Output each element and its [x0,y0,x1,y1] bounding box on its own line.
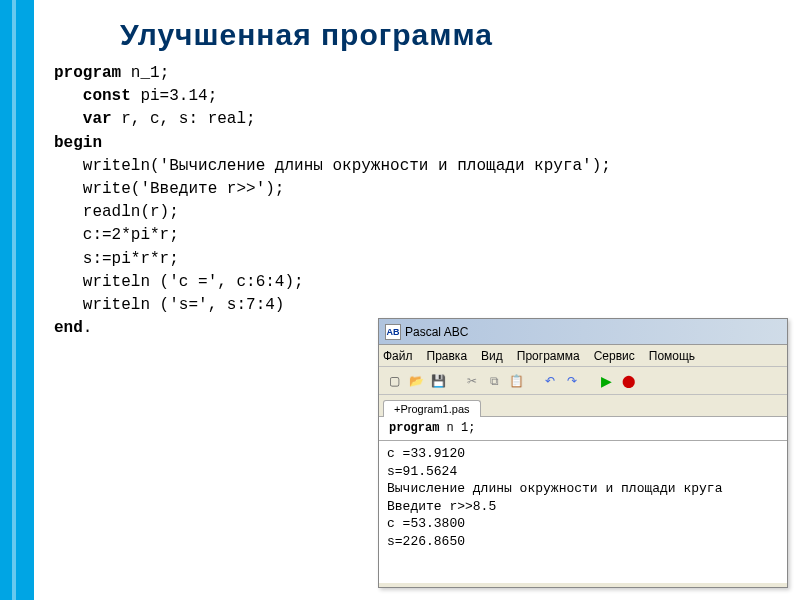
code-text: n_1; [121,64,169,82]
editor-text: n 1; [439,421,475,435]
window-title: Pascal ABC [405,325,468,339]
pascal-abc-window: АВ Pascal ABC Файл Правка Вид Программа … [378,318,788,588]
toolbar: ▢ 📂 💾 ✂ ⧉ 📋 ↶ ↷ ▶ ⬤ [379,367,787,395]
menu-view[interactable]: Вид [481,349,503,363]
code-text: writeln('Вычисление длины окружности и п… [54,157,611,175]
code-text: writeln ('s=', s:7:4) [54,296,284,314]
code-text: . [83,319,93,337]
kw-const: const [54,87,131,105]
menu-file[interactable]: Файл [383,349,413,363]
output-console: c =33.9120 s=91.5624 Вычисление длины ок… [379,441,787,583]
tab-bar: +Program1.pas [379,395,787,417]
slide-title: Улучшенная программа [120,18,493,52]
code-text: readln(r); [54,203,179,221]
menu-service[interactable]: Сервис [594,349,635,363]
window-titlebar[interactable]: АВ Pascal ABC [379,319,787,345]
code-text: writeln ('c =', c:6:4); [54,273,304,291]
left-accent-inner [12,0,16,600]
menubar: Файл Правка Вид Программа Сервис Помощь [379,345,787,367]
menu-program[interactable]: Программа [517,349,580,363]
code-listing: program n_1; const pi=3.14; var r, c, s:… [54,62,611,340]
slide: Улучшенная программа program n_1; const … [0,0,800,600]
left-accent-bar [0,0,34,600]
menu-edit[interactable]: Правка [427,349,468,363]
paste-icon[interactable]: 📋 [507,372,525,390]
code-text: pi=3.14; [131,87,217,105]
copy-icon[interactable]: ⧉ [485,372,503,390]
code-text: write('Введите r>>'); [54,180,284,198]
save-icon[interactable]: 💾 [429,372,447,390]
editor-kw: program [389,421,439,435]
cut-icon[interactable]: ✂ [463,372,481,390]
app-icon: АВ [385,324,401,340]
code-text: c:=2*pi*r; [54,226,179,244]
kw-var: var [54,110,112,128]
code-text: s:=pi*r*r; [54,250,179,268]
kw-begin: begin [54,134,102,152]
editor-area[interactable]: program n 1; [379,417,787,441]
tab-program1[interactable]: +Program1.pas [383,400,481,417]
stop-icon[interactable]: ⬤ [619,372,637,390]
menu-help[interactable]: Помощь [649,349,695,363]
kw-program: program [54,64,121,82]
redo-icon[interactable]: ↷ [563,372,581,390]
run-icon[interactable]: ▶ [597,372,615,390]
kw-end: end [54,319,83,337]
new-icon[interactable]: ▢ [385,372,403,390]
code-text: r, c, s: real; [112,110,256,128]
undo-icon[interactable]: ↶ [541,372,559,390]
open-icon[interactable]: 📂 [407,372,425,390]
